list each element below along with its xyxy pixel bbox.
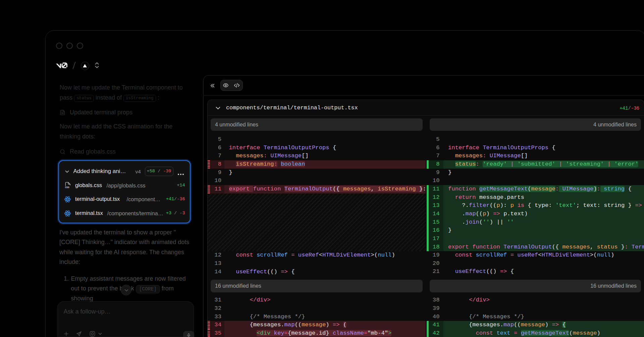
svg-text:css: css (65, 185, 69, 189)
